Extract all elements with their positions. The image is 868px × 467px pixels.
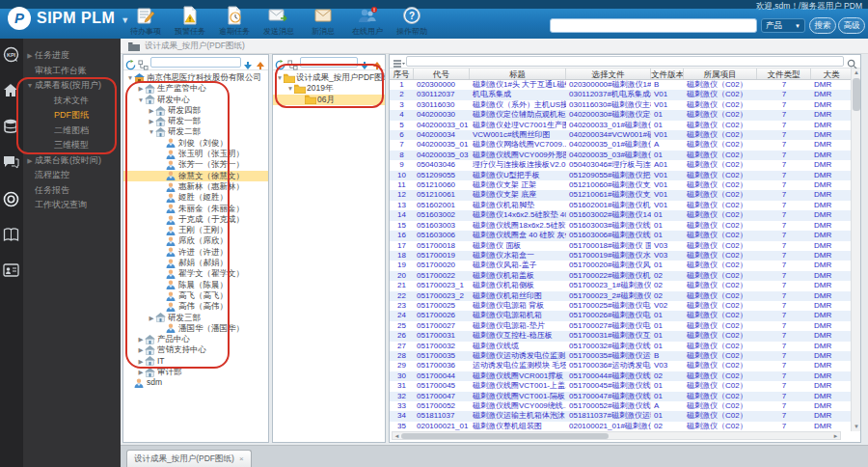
table-row[interactable]: 16051603006磁刺激仪线圈盒 40 硅胶 灰色051603006#磁刺激… <box>390 231 860 240</box>
table-row[interactable]: 9050403046理疗仪与连接板连接板V2.0050403046#理疗板与连接… <box>390 160 860 170</box>
sidebar-item-任务报告[interactable]: 任务报告 <box>23 183 121 199</box>
table-row[interactable]: 15051603003磁刺激仪线圈18x6x2.5硅胶..051603003#磁… <box>390 221 860 231</box>
expander-down-icon[interactable]: ▼ <box>148 126 155 137</box>
tree-node-高伟（高伟）[interactable]: 高伟（高伟） <box>123 301 268 312</box>
tree-node-许进（许进）[interactable]: 许进（许进） <box>123 247 268 258</box>
tree-node-高飞（高飞）[interactable]: 高飞（高飞） <box>123 290 268 301</box>
scroll-up-arrow[interactable]: ▲ <box>852 69 861 77</box>
scroll-left-arrow[interactable]: ◄ <box>393 432 401 440</box>
table-row[interactable]: 1020300000磁刺激仪1#头 大于互通L磁针020300000#磁刺激仪1… <box>390 80 860 90</box>
expander-right-icon[interactable]: ▶ <box>137 344 145 355</box>
tree-node-2019年[interactable]: ▼2019年 <box>273 83 385 94</box>
app-logo[interactable]: P SIPM PLM ▼ <box>8 7 129 30</box>
table-row[interactable]: 31051700045磁刺激仪线圈VCT001-上盖..051700045#磁刺… <box>390 381 860 391</box>
find-next-icon[interactable] <box>360 57 370 68</box>
expander-down-icon[interactable]: ▼ <box>126 72 134 83</box>
expander-right-icon[interactable]: ▶ <box>148 105 155 116</box>
table-row[interactable]: 2030112037机电系集成030112037#机电系集成#V..V01磁刺激… <box>390 90 860 99</box>
tree-node-徐慧文（徐慧文）[interactable]: 徐慧文（徐慧文） <box>123 171 268 181</box>
tree-node-06月[interactable]: 06月 <box>273 95 385 105</box>
close-icon[interactable]: × <box>239 454 244 463</box>
tree-node-王刚（王刚）[interactable]: 王刚（王刚） <box>123 225 268 235</box>
expander-right-icon[interactable]: ▶ <box>137 367 145 377</box>
tree-node-研发四部[interactable]: ▶研发四部 <box>123 105 268 116</box>
home-icon[interactable] <box>3 83 20 100</box>
tree-node-翟学文（翟学文）[interactable]: 翟学文（翟学文） <box>123 268 268 279</box>
sidebar-item-二维图档[interactable]: 二维图档 <box>23 124 121 139</box>
idcard-icon[interactable] <box>3 263 20 281</box>
sidebar-item-PDF图纸[interactable]: PDF图纸 <box>23 108 121 124</box>
expander-right-icon[interactable]: ▶ <box>137 356 145 367</box>
search-category-select[interactable]: 产品 ▼ <box>761 18 805 33</box>
table-row[interactable]: 23051700025磁刺激仪电源箱 背板051700025#磁刺激仪电源V02… <box>390 301 860 311</box>
table-row[interactable]: 5040200033_01磁刺激仪处理VC7001生产图040200033_01… <box>390 121 860 130</box>
global-search-input[interactable] <box>550 18 757 33</box>
refresh-icon[interactable] <box>125 57 136 68</box>
expander-right-icon[interactable]: ▶ <box>148 313 155 323</box>
tool-new-mail[interactable]: 新消息 <box>301 4 345 37</box>
advanced-search-button[interactable]: 高级 <box>838 17 865 34</box>
tree-node-营销支持中心[interactable]: ▶营销支持中心 <box>123 344 268 355</box>
sidebar-item-工作状况查询[interactable]: 工作状况查询 <box>23 198 121 213</box>
tree-node-sdm[interactable]: sdm <box>123 377 268 388</box>
table-row[interactable]: 20051700022磁刺激仪机箱盖板051700022#磁刺激仪机箱..02磁… <box>390 271 860 281</box>
column-header-序号[interactable]: 序号 <box>390 69 414 79</box>
sidebar-item-任务进度[interactable]: ▶任务进度 <box>23 48 121 64</box>
tree-node-IT[interactable]: ▶IT <box>123 356 268 367</box>
tree-node-刘俊（刘俊）[interactable]: 刘俊（刘俊） <box>123 138 268 149</box>
list-view-icon[interactable] <box>393 56 403 67</box>
scroll-thumb[interactable] <box>853 78 860 111</box>
tree-node-南京伟思医疗科技股份有限公司[interactable]: ▼南京伟思医疗科技股份有限公司 <box>123 72 268 83</box>
sidebar-item-三维模型[interactable]: 三维模型 <box>23 138 121 153</box>
expander-right-icon[interactable]: ▶ <box>148 116 155 126</box>
target-icon[interactable] <box>3 191 20 208</box>
scroll-right-arrow[interactable]: ► <box>831 432 840 440</box>
table-row[interactable]: 12051210061磁刺激仪支架 底座051210061#磁刺激仪支架V01磁… <box>390 190 860 200</box>
column-header-大类[interactable]: 大类 <box>811 69 853 79</box>
collapse-tree-icon[interactable] <box>287 57 298 68</box>
table-row[interactable]: 30051700044磁刺激仪线圈VCR001撑板051700044#磁刺激仪线… <box>390 371 860 381</box>
tree-node-姬胜（姬胜）[interactable]: 姬胜（姬胜） <box>123 192 268 203</box>
table-row[interactable]: 13051602001磁刺激仪机箱脚垫051602001#磁刺激仪机箱..V01… <box>390 201 860 210</box>
tree-node-研发一部[interactable]: ▶研发一部 <box>123 116 268 126</box>
table-row[interactable]: 22051700023_2磁刺激仪机箱丝印图051700023_2#磁刺激仪机.… <box>390 291 860 301</box>
tree-node-生产监管中心[interactable]: ▶生产监管中心 <box>123 83 268 94</box>
column-header-所属项目[interactable]: 所属项目 <box>684 69 757 79</box>
database-icon[interactable] <box>3 119 20 136</box>
tree-node-研发三部[interactable]: ▶研发三部 <box>123 313 268 323</box>
expander-right-icon[interactable]: ▶ <box>137 83 145 94</box>
table-row[interactable]: 11051210060磁刺激仪支架 正架051210060#磁刺激仪支架..V0… <box>390 180 860 190</box>
folder-tree-search-input[interactable] <box>300 57 358 68</box>
scroll-down-arrow[interactable]: ▼ <box>852 423 861 431</box>
find-prev-icon[interactable] <box>256 57 266 68</box>
chat-icon[interactable] <box>3 155 20 173</box>
tree-node-潘国华（潘国华）[interactable]: 潘国华（潘国华） <box>123 323 268 334</box>
table-row[interactable]: 32051700047磁刺激仪线圈VCT001-隔板051700047#磁刺激仪… <box>390 392 860 401</box>
table-row[interactable]: 21051700023_1磁刺激仪机箱侧板051700023_1#磁刺激仪机..… <box>390 281 860 290</box>
kpi-icon[interactable]: KPI <box>3 46 20 64</box>
expander-down-icon[interactable]: ▼ <box>276 72 284 83</box>
table-row[interactable]: 33051700052磁刺激仪线圈VCY009绕线..051700052#磁刺激… <box>390 401 860 411</box>
table-row[interactable]: 17051700018磁刺激仪 面板051700018#磁刺激仪 面板..V03… <box>390 241 860 251</box>
expander-down-icon[interactable]: ▼ <box>286 83 294 94</box>
tab-design-results[interactable]: 设计成果_按用户(PDF图纸) × <box>126 450 252 467</box>
tree-node-张芳一（张芳一）[interactable]: 张芳一（张芳一） <box>123 159 268 170</box>
search-icon[interactable] <box>847 56 857 67</box>
column-header-文件版本[interactable]: 文件版本 <box>651 69 684 79</box>
table-row[interactable]: 8040200035_03磁刺激仪线圈VCY009外形图040200035_03… <box>390 151 860 160</box>
sidebar-item-成果看板(按用户)[interactable]: ▼成果看板(按用户) <box>23 78 121 94</box>
table-row[interactable]: 18051700019磁刺激仪水箱盒一051700019#磁刺激仪水箱..V03… <box>390 251 860 261</box>
expander-down-icon[interactable]: ▼ <box>137 95 145 105</box>
table-row[interactable]: 4040200030磁刺激仪定位辅助点观机柜...040200030#磁刺激仪定… <box>390 110 860 120</box>
horizontal-scrollbar[interactable]: ◄ ► <box>392 431 841 440</box>
table-row[interactable]: 25051700027磁刺激仪电源箱-垫片051700027#磁刺激仪电源01磁… <box>390 321 860 331</box>
find-prev-icon[interactable] <box>372 57 383 68</box>
table-row[interactable]: 35020100021_01磁刺激仪整机组装图020100021_01#磁刺激仪… <box>390 422 860 431</box>
table-row[interactable]: 29051700036运动诱发电位监测模块 毛坯..051700036#运动诱发… <box>390 361 860 371</box>
table-row[interactable]: 3030116030磁刺激仪（系外）主机US接口030116030#磁刺激仪主机… <box>390 100 860 110</box>
table-row[interactable]: 7040200035_01磁刺激仪网络线圈VC7009..040200035_0… <box>390 140 860 150</box>
sidebar-item-审核工作台账[interactable]: 审核工作台账 <box>23 64 121 79</box>
column-header-文件类型[interactable]: 文件类型 <box>757 69 811 79</box>
tree-node-设计成果_按用户PDF图纸_用户[interactable]: ▼设计成果_按用户PDF图纸_用户 <box>273 72 385 83</box>
tree-node-席欣（席欣）[interactable]: 席欣（席欣） <box>123 235 268 246</box>
